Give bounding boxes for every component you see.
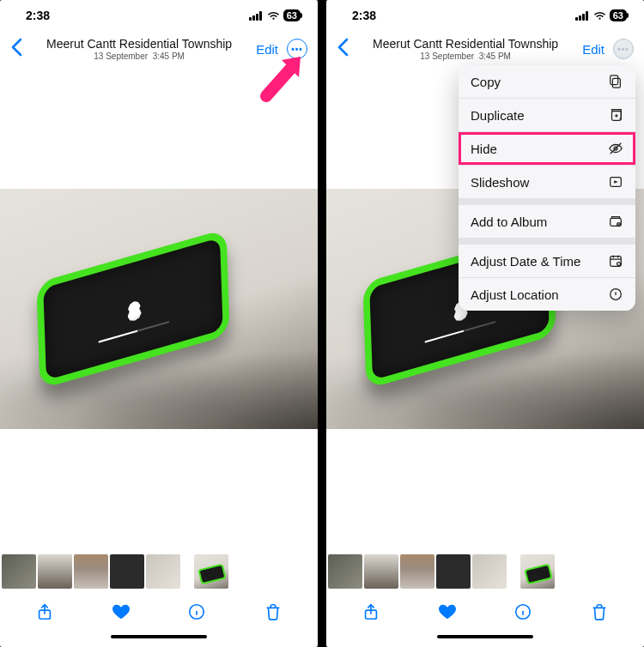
thumbnail-selected[interactable] — [194, 554, 228, 589]
title-block: Meerut Cantt Residential Township 13 Sep… — [349, 37, 582, 61]
menu-label: Slideshow — [471, 175, 529, 190]
menu-adjust-date[interactable]: Adjust Date & Time — [459, 245, 635, 278]
status-right: 63 — [575, 9, 627, 21]
svg-rect-3 — [611, 76, 618, 85]
nav-header: Meerut Cantt Residential Township 13 Sep… — [326, 31, 644, 67]
photo — [0, 189, 318, 429]
copy-icon — [608, 74, 623, 89]
status-time: 2:38 — [352, 9, 376, 22]
hide-icon — [608, 141, 623, 156]
thumbnail[interactable] — [328, 554, 362, 589]
status-right: 63 — [249, 9, 301, 21]
album-icon — [608, 214, 623, 229]
bottom-toolbar — [0, 592, 318, 632]
duplicate-icon — [608, 107, 623, 123]
home-indicator[interactable] — [0, 632, 318, 647]
svg-point-10 — [617, 263, 621, 266]
svg-rect-2 — [612, 78, 620, 88]
thumbnail[interactable] — [2, 554, 36, 589]
thumbnail[interactable] — [74, 554, 108, 589]
favorite-button[interactable] — [437, 602, 458, 622]
thumbnail[interactable] — [436, 554, 471, 589]
share-button[interactable] — [34, 602, 55, 622]
status-bar: 2:38 63 — [0, 0, 318, 31]
menu-copy[interactable]: Copy — [459, 65, 635, 99]
title-block: Meerut Cantt Residential Township 13 Sep… — [22, 37, 256, 61]
thumbnail[interactable] — [472, 554, 507, 589]
menu-duplicate[interactable]: Duplicate — [459, 99, 635, 132]
thumbnail[interactable] — [146, 554, 180, 589]
menu-add-album[interactable]: Add to Album — [459, 205, 635, 239]
thumbnail[interactable] — [38, 554, 72, 589]
menu-label: Hide — [471, 142, 497, 156]
delete-button[interactable] — [263, 602, 283, 622]
status-time: 2:38 — [26, 9, 50, 22]
menu-slideshow[interactable]: Slideshow — [459, 166, 635, 199]
favorite-button[interactable] — [111, 602, 131, 622]
thumbnail-strip[interactable] — [0, 551, 318, 592]
edit-button[interactable]: Edit — [582, 42, 605, 57]
slideshow-icon — [608, 174, 623, 190]
nav-header: Meerut Cantt Residential Township 13 Sep… — [0, 31, 318, 67]
thumbnail[interactable] — [400, 554, 434, 589]
delete-button[interactable] — [589, 602, 610, 622]
menu-hide[interactable]: Hide — [459, 132, 635, 166]
bottom-toolbar — [326, 592, 644, 632]
home-indicator[interactable] — [326, 632, 644, 647]
status-bar: 2:38 63 — [326, 0, 644, 31]
battery-indicator: 63 — [610, 9, 627, 21]
battery-indicator: 63 — [283, 9, 301, 21]
info-button[interactable] — [186, 602, 207, 622]
menu-adjust-location[interactable]: Adjust Location — [459, 278, 635, 311]
menu-separator — [459, 239, 635, 245]
more-button[interactable]: ••• — [287, 39, 307, 59]
menu-label: Add to Album — [471, 215, 547, 229]
wifi-icon — [593, 11, 606, 21]
thumbnail-strip[interactable] — [326, 551, 644, 592]
location-title: Meerut Cantt Residential Township — [349, 37, 582, 51]
screenshot-right: 2:38 63 Meerut Cantt Residential Townshi… — [326, 0, 644, 647]
cellular-signal-icon — [249, 11, 262, 21]
menu-label: Copy — [471, 75, 501, 89]
location-title: Meerut Cantt Residential Township — [22, 37, 256, 51]
share-button[interactable] — [361, 602, 381, 622]
menu-label: Adjust Location — [471, 287, 559, 302]
cellular-signal-icon — [575, 11, 588, 21]
location-icon — [608, 287, 623, 302]
menu-label: Duplicate — [471, 108, 525, 123]
photo-viewer[interactable] — [0, 67, 318, 551]
context-menu: Copy Duplicate Hide Slideshow Add to Al — [459, 65, 635, 311]
more-button-active[interactable]: ••• — [613, 39, 634, 59]
thumbnail-selected[interactable] — [520, 554, 555, 589]
screenshot-left: 2:38 63 Meerut Cantt Residential Townshi… — [0, 0, 318, 647]
info-button[interactable] — [513, 602, 533, 622]
subtitle: 13 September 3:45 PM — [22, 51, 256, 61]
calendar-icon — [608, 253, 623, 269]
svg-rect-9 — [611, 257, 622, 267]
thumbnail[interactable] — [110, 554, 144, 589]
subtitle: 13 September 3:45 PM — [349, 51, 582, 61]
menu-label: Adjust Date & Time — [471, 254, 580, 269]
edit-button[interactable]: Edit — [256, 42, 278, 57]
menu-separator — [459, 199, 635, 205]
thumbnail[interactable] — [364, 554, 398, 589]
wifi-icon — [267, 11, 280, 21]
